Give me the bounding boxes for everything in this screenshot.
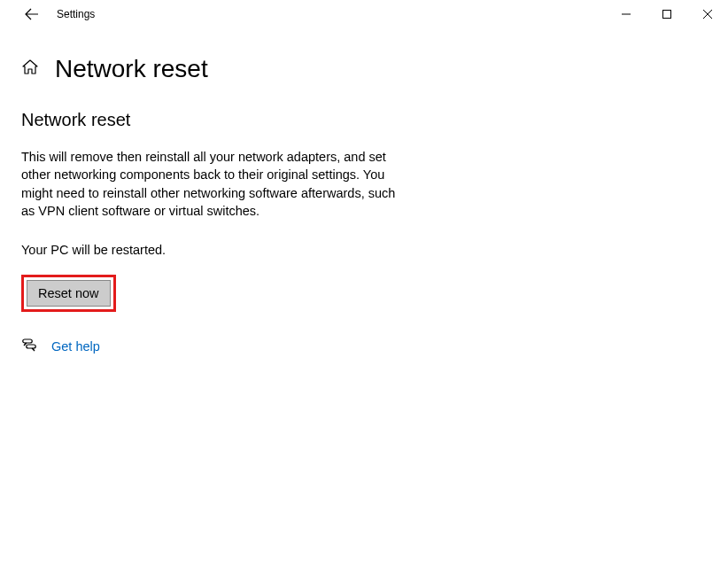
app-name: Settings xyxy=(57,8,95,20)
reset-now-button[interactable]: Reset now xyxy=(27,280,111,307)
titlebar: Settings xyxy=(0,0,728,28)
close-button[interactable] xyxy=(687,0,728,28)
minimize-icon xyxy=(622,10,631,19)
back-arrow-icon xyxy=(25,7,39,21)
close-icon xyxy=(703,10,712,19)
content-area: Network reset This will remove then rein… xyxy=(0,92,728,374)
back-button[interactable] xyxy=(18,0,46,28)
help-row: Get help xyxy=(21,337,707,356)
window-controls xyxy=(606,0,728,28)
maximize-button[interactable] xyxy=(647,0,687,28)
svg-rect-0 xyxy=(663,11,671,19)
get-help-icon xyxy=(21,337,37,356)
maximize-icon xyxy=(662,10,671,19)
page-header: Network reset xyxy=(0,28,728,92)
home-icon[interactable] xyxy=(21,58,39,80)
reset-button-highlight: Reset now xyxy=(21,275,116,312)
minimize-button[interactable] xyxy=(606,0,647,28)
restart-note: Your PC will be restarted. xyxy=(21,243,707,257)
page-title: Network reset xyxy=(55,55,208,83)
description-text: This will remove then reinstall all your… xyxy=(21,148,411,220)
get-help-link[interactable]: Get help xyxy=(51,339,100,354)
section-title: Network reset xyxy=(21,110,707,130)
